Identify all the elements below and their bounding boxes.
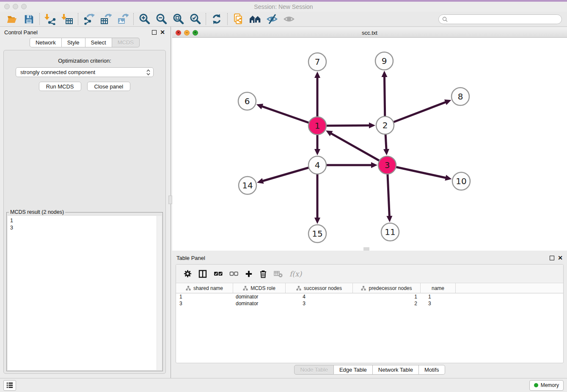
graph-node-label: 8 [458,91,463,102]
table-cell[interactable]: dominator [233,293,286,300]
table-row[interactable]: 3dominator323 [176,300,563,307]
table-cell[interactable]: 3 [286,300,353,307]
import-table-button[interactable] [59,13,76,25]
function-builder-button[interactable]: f(x) [289,270,302,278]
zoom-fit-button[interactable] [170,13,187,25]
export-network-button[interactable] [80,13,97,25]
graph-edge-2-8[interactable] [385,102,447,125]
minimize-window-button[interactable] [13,4,18,9]
task-history-button[interactable] [3,380,16,391]
table-tabs: Node TableEdge TableNetwork TableMotifs [172,365,567,375]
table-cell[interactable]: 2 [353,300,421,307]
table-panel-close-icon[interactable]: ✕ [558,256,563,260]
tab-network[interactable]: Network [30,38,62,47]
export-table-button[interactable] [97,13,114,25]
tab-edge-table[interactable]: Edge Table [334,365,373,375]
table-cell[interactable]: 1 [353,293,421,300]
control-panel-close-icon[interactable]: ✕ [160,30,165,35]
network-minimize-button[interactable]: − [184,30,190,36]
column-header-successor-nodes[interactable]: successor nodes [286,283,353,293]
graph-edge-arrowhead [314,149,320,155]
control-panel: Control Panel ✕ NetworkStyleSelectMCDS O… [0,27,169,378]
control-panel-header: Control Panel ✕ [0,27,169,38]
table-cell[interactable]: 1 [176,293,233,300]
tab-network-table[interactable]: Network Table [373,365,419,375]
zoom-selected-button[interactable] [187,13,204,25]
graph-edge-arrowhead [256,104,263,109]
close-window-button[interactable] [4,4,10,9]
tab-node-table[interactable]: Node Table [294,365,334,375]
column-header-shared-name[interactable]: shared name [176,283,233,293]
duplicate-network-button[interactable] [230,13,247,25]
home-button[interactable] [247,13,264,25]
graph-edge-arrowhead [314,72,320,78]
unselect-all-columns-button[interactable] [229,271,238,277]
search-icon [442,17,448,22]
run-mcds-button[interactable]: Run MCDS [39,82,81,91]
table-toolbar: f(x) [176,265,563,283]
control-panel-maximize-icon[interactable] [152,30,157,35]
split-resize-handle[interactable] [363,247,369,251]
table-cell[interactable]: 1 [421,293,456,300]
save-session-button[interactable] [20,13,37,25]
mcds-result-line: 1 [10,217,159,224]
eye-slash-icon [266,13,278,25]
close-panel-button[interactable]: Close panel [87,82,131,91]
mcds-result-scrollbar[interactable] [157,216,162,370]
network-window-titlebar[interactable]: ✕ − + scc.txt [172,28,567,38]
import-network-icon [44,13,56,25]
column-header-name[interactable]: name [421,283,456,293]
tab-select[interactable]: Select [85,38,112,47]
column-header-label: successor nodes [304,285,342,291]
import-network-button[interactable] [42,13,59,25]
delete-table-icon [274,270,283,278]
network-zoom-button[interactable]: + [193,30,198,36]
tab-mcds[interactable]: MCDS [112,38,140,47]
table-cell[interactable]: dominator [233,300,286,307]
mcds-result-area[interactable]: 13 [8,216,162,370]
houses-icon [249,14,261,25]
eye-icon [283,13,295,25]
network-close-button[interactable]: ✕ [176,30,181,36]
table-panel-maximize-icon[interactable] [550,256,554,260]
tab-motifs[interactable]: Motifs [419,365,445,375]
export-table-icon [100,13,112,25]
select-all-columns-button[interactable] [214,271,223,277]
optimization-criterion-select[interactable]: strongly connected component [16,67,154,77]
delete-column-button[interactable] [259,270,267,278]
window-traffic-lights[interactable] [4,4,27,9]
column-header-predecessor-nodes[interactable]: predecessor nodes [353,283,421,293]
panel-splitter-grip[interactable] [168,196,172,204]
graph-node-label: 10 [456,176,466,186]
table-row[interactable]: 1dominator411 [176,293,563,300]
zoom-out-button[interactable] [153,13,170,25]
table-cell[interactable]: 3 [176,300,233,307]
save-icon [23,14,34,25]
delete-table-button[interactable] [274,270,283,278]
graph-edge-arrowhead [371,162,377,168]
table-settings-button[interactable] [184,270,192,278]
open-session-button[interactable] [3,13,20,25]
node-table-container: f(x) shared nameMCDS rolesuccessor nodes… [176,264,564,363]
zoom-window-button[interactable] [21,4,27,9]
graph-edge-3-1[interactable] [330,133,387,165]
refresh-button[interactable] [208,13,225,25]
hide-selected-button[interactable] [264,13,281,25]
table-cell[interactable]: 4 [286,293,353,300]
add-column-button[interactable] [245,270,253,278]
toolbar-separator [206,13,206,25]
mcds-panel: Optimization criterion: strongly connect… [3,50,166,374]
column-visibility-button[interactable] [198,270,207,278]
zoom-in-button[interactable] [136,13,153,25]
search-box[interactable] [438,14,562,24]
toolbar-separator [227,13,228,25]
show-all-button[interactable] [281,13,297,25]
export-image-button[interactable] [114,13,131,25]
search-input[interactable] [450,16,558,22]
network-canvas[interactable]: 7968124314101511 [172,38,567,251]
tab-style[interactable]: Style [62,38,85,47]
open-folder-icon [6,13,18,25]
table-cell[interactable]: 3 [421,300,456,307]
memory-button[interactable]: Memory [529,380,564,391]
column-header-mcds-role[interactable]: MCDS role [233,283,286,293]
